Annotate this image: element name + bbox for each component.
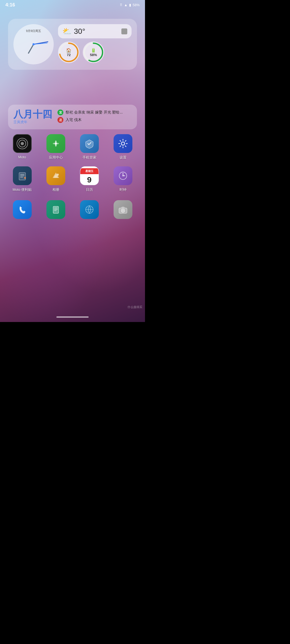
app-browser[interactable]	[76, 200, 103, 221]
svg-point-7	[55, 142, 57, 145]
svg-point-6	[21, 142, 24, 145]
watermark: 什么值得买	[128, 305, 142, 309]
steps-stat: 🏠 72	[58, 42, 79, 63]
calendar-widget[interactable]: 八月十四 壬寅虎年 宜 祭祀 会亲友 纳采 嫁娶 开光 塑绘... 忌 入宅 伐…	[8, 105, 137, 129]
phone-icon	[13, 200, 32, 219]
clock-label: 时钟	[119, 187, 126, 192]
weather-box[interactable]: ⛅ 30°	[58, 24, 132, 38]
nav-pill	[56, 316, 89, 318]
event-yi-text: 祭祀 会亲友 纳采 嫁娶 开光 塑绘...	[66, 110, 123, 115]
clock-date: 9月9日周五	[26, 29, 41, 33]
dock-row	[5, 200, 140, 221]
app-row-1: Moto 应用中心 手机管家	[5, 134, 140, 160]
analog-clock: 9月9日周五	[13, 24, 54, 64]
docs-icon	[46, 200, 65, 219]
calendar-label: 日历	[86, 187, 93, 192]
settings-label: 设置	[119, 155, 126, 160]
gallery-icon	[46, 166, 65, 185]
weather-temp: 30°	[74, 27, 85, 36]
app-manager[interactable]: 手机管家	[76, 134, 103, 160]
weather-icon: ⛅	[62, 27, 72, 36]
status-time: 4:16	[5, 2, 15, 8]
wifi-icon: ▲	[124, 3, 128, 7]
calendar-num: 9	[87, 174, 92, 185]
clock-widget[interactable]: 9月9日周五 ⛅ 30° 🏠	[8, 19, 137, 70]
svg-point-8	[121, 142, 125, 145]
settings-icon	[114, 134, 132, 153]
badge-ji: 忌	[57, 117, 63, 123]
moto-icon	[13, 134, 32, 153]
svg-point-19	[122, 210, 124, 211]
app-phone[interactable]	[9, 200, 36, 221]
camera-icon	[114, 200, 132, 219]
manager-label: 手机管家	[82, 155, 96, 160]
weather-stop-button[interactable]	[121, 28, 127, 34]
appstore-icon	[46, 134, 65, 153]
calendar-day: 八月十四	[13, 109, 52, 119]
vibrate-icon: ⠿	[120, 3, 122, 7]
app-grid: Moto 应用中心 手机管家	[0, 134, 145, 228]
event-row-yi: 宜 祭祀 会亲友 纳采 嫁娶 开光 塑绘...	[57, 109, 132, 115]
event-row-ji: 忌 入宅 伐木	[57, 117, 132, 123]
battery-text: 58%	[133, 3, 140, 7]
steps-icon: 🏠	[66, 48, 71, 53]
app-camera[interactable]	[110, 200, 136, 221]
app-row-2: Moto 便利贴 相册 星期五 9 日历	[5, 166, 140, 192]
app-calendar[interactable]: 星期五 9 日历	[76, 166, 103, 192]
calendar-events: 宜 祭祀 会亲友 纳采 嫁娶 开光 塑绘... 忌 入宅 伐木	[57, 109, 132, 125]
appstore-label: 应用中心	[49, 155, 63, 160]
calendar-date: 八月十四 壬寅虎年	[13, 109, 52, 125]
app-moto[interactable]: Moto	[9, 134, 36, 160]
svg-point-12	[57, 174, 59, 176]
app-appstore[interactable]: 应用中心	[42, 134, 69, 160]
app-gallery[interactable]: 相册	[42, 166, 69, 192]
battery-stat-value: 58%	[90, 53, 97, 57]
battery-stat: 🔋 58%	[83, 42, 104, 63]
badge-yi: 宜	[57, 109, 63, 115]
notes-icon	[13, 166, 32, 185]
clock-right: ⛅ 30° 🏠 72	[58, 24, 132, 63]
svg-rect-9	[19, 173, 26, 180]
stat-row: 🏠 72 🔋 58%	[58, 42, 132, 63]
svg-rect-15	[53, 206, 59, 213]
manager-icon	[80, 134, 99, 153]
browser-icon	[80, 200, 99, 219]
app-settings[interactable]: 设置	[110, 134, 136, 160]
notes-label: Moto 便利贴	[13, 187, 32, 192]
status-bar: 4:16 ⠿ ▲ ▮ 58%	[0, 0, 145, 10]
app-notes[interactable]: Moto 便利贴	[9, 166, 36, 192]
calendar-icon: 星期五 9	[80, 166, 99, 185]
svg-point-14	[122, 175, 124, 176]
nav-bar	[0, 312, 145, 322]
status-icons: ⠿ ▲ ▮ 58%	[120, 3, 140, 7]
steps-value: 72	[67, 53, 71, 57]
event-ji-text: 入宅 伐木	[66, 118, 82, 122]
clock-icon	[114, 166, 132, 185]
battery-icon: ▮	[129, 3, 131, 7]
app-clock[interactable]: 时钟	[110, 166, 136, 192]
moto-label: Moto	[18, 155, 26, 159]
hour-hand	[28, 44, 34, 54]
calendar-year: 壬寅虎年	[13, 120, 52, 125]
battery-stat-icon: 🔋	[91, 48, 96, 53]
gallery-label: 相册	[52, 187, 59, 192]
clock-center	[32, 43, 35, 45]
app-docs[interactable]	[42, 200, 69, 221]
